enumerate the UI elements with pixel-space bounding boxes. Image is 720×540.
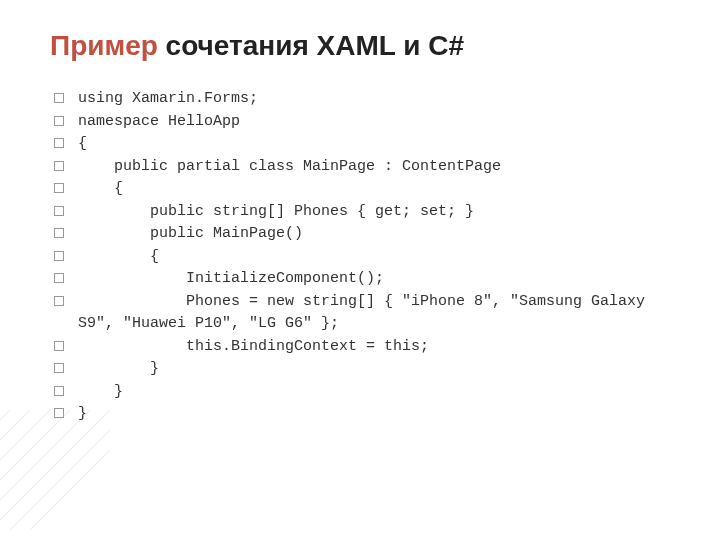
- svg-line-3: [0, 410, 50, 470]
- code-line: }: [50, 358, 670, 381]
- code-line: {: [50, 133, 670, 156]
- svg-line-0: [0, 410, 110, 530]
- code-line: public string[] Phones { get; set; }: [50, 201, 670, 224]
- svg-line-4: [0, 410, 30, 450]
- code-line: {: [50, 178, 670, 201]
- svg-line-7: [30, 450, 110, 530]
- title-rest: сочетания XAML и C#: [158, 30, 464, 61]
- code-line: {: [50, 246, 670, 269]
- code-line: InitializeComponent();: [50, 268, 670, 291]
- code-line: this.BindingContext = this;: [50, 336, 670, 359]
- code-line: }: [50, 381, 670, 404]
- code-line: public partial class MainPage : ContentP…: [50, 156, 670, 179]
- title-accent: Пример: [50, 30, 158, 61]
- code-line: using Xamarin.Forms;: [50, 88, 670, 111]
- corner-decoration: [0, 410, 110, 530]
- code-line: namespace HelloApp: [50, 111, 670, 134]
- code-listing: using Xamarin.Forms; namespace HelloApp …: [50, 88, 670, 426]
- code-line: }: [50, 403, 670, 426]
- svg-line-6: [10, 430, 110, 530]
- code-line: public MainPage(): [50, 223, 670, 246]
- code-line: Phones = new string[] { "iPhone 8", "Sam…: [50, 291, 670, 336]
- svg-line-5: [0, 410, 10, 430]
- slide-title: Пример сочетания XAML и C#: [50, 30, 670, 62]
